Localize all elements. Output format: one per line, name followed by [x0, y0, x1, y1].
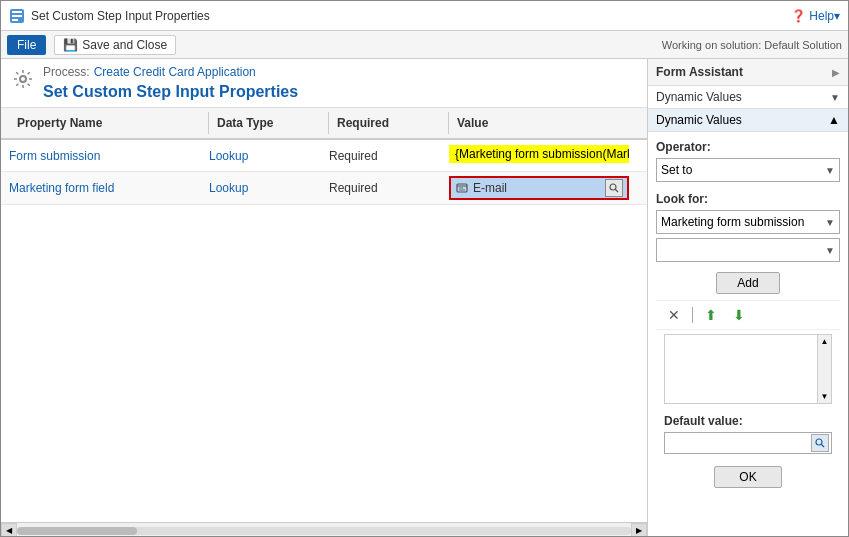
main-panel: Process: Create Credit Card Application …	[1, 59, 648, 537]
help-icon: ❓	[791, 9, 806, 23]
move-down-icon[interactable]: ⬇	[729, 305, 749, 325]
svg-rect-2	[12, 15, 22, 17]
col-header-value: Value	[449, 112, 639, 134]
form-assistant-header: Form Assistant ▶	[648, 59, 848, 86]
col-header-datatype: Data Type	[209, 112, 329, 134]
horizontal-scrollbar[interactable]: ◀ ▶	[1, 522, 647, 537]
row2-name[interactable]: Marketing form field	[1, 175, 201, 201]
svg-rect-1	[12, 11, 22, 13]
svg-line-12	[822, 445, 825, 448]
table-header: Property Name Data Type Required Value	[1, 108, 647, 140]
look-for-dropdown[interactable]: Marketing form submission ▼	[656, 210, 840, 234]
operator-group: Operator: Set to ▼	[656, 140, 840, 182]
ok-btn-row: OK	[656, 460, 840, 494]
operator-value: Set to	[661, 163, 692, 177]
svg-rect-3	[12, 19, 18, 21]
titlebar-title: Set Custom Step Input Properties	[31, 9, 791, 23]
second-dropdown[interactable]: ▼	[656, 238, 840, 262]
content-area: Process: Create Credit Card Application …	[1, 59, 848, 537]
default-lookup-button[interactable]	[811, 434, 829, 452]
value-scroll-down[interactable]: ▼	[819, 390, 831, 403]
action-row: ✕ ⬆ ⬇	[656, 300, 840, 330]
value-list-area[interactable]: ▲ ▼	[664, 334, 832, 404]
svg-point-11	[816, 439, 822, 445]
row1-name[interactable]: Form submission	[1, 143, 201, 169]
look-for-label: Look for:	[656, 192, 840, 206]
scroll-left-button[interactable]: ◀	[1, 523, 17, 538]
page-title: Set Custom Step Input Properties	[43, 83, 298, 101]
col-header-property: Property Name	[9, 112, 209, 134]
row1-datatype: Lookup	[201, 143, 321, 169]
svg-point-9	[610, 184, 616, 190]
default-value-section: Default value:	[656, 408, 840, 460]
add-button[interactable]: Add	[716, 272, 779, 294]
svg-point-4	[20, 76, 26, 82]
gear-icon	[11, 67, 35, 91]
form-icon	[455, 181, 469, 195]
titlebar-icon	[9, 8, 25, 24]
delete-icon[interactable]: ✕	[664, 305, 684, 325]
breadcrumb: Process: Create Credit Card Application	[43, 65, 298, 79]
dynamic-section-header[interactable]: Dynamic Values ▲	[648, 109, 848, 132]
row1-value-cell: {Marketing form submission(Mark	[441, 141, 647, 170]
look-for-chevron-icon: ▼	[825, 217, 835, 228]
row1-required: Required	[321, 143, 441, 169]
row2-required: Required	[321, 175, 441, 201]
titlebar: Set Custom Step Input Properties ❓ Help▾	[1, 1, 848, 31]
collapse-icon[interactable]: ▲	[828, 113, 840, 127]
expand-icon[interactable]: ▶	[832, 67, 840, 78]
row2-value-cell: E-mail	[441, 172, 647, 204]
scroll-right-button[interactable]: ▶	[631, 523, 647, 538]
save-icon: 💾	[63, 38, 78, 52]
operator-label: Operator:	[656, 140, 840, 154]
ok-button[interactable]: OK	[714, 466, 781, 488]
toolbar: File 💾 Save and Close Working on solutio…	[1, 31, 848, 59]
operator-chevron-icon: ▼	[825, 165, 835, 176]
right-panel: Form Assistant ▶ Dynamic Values ▼ Dynami…	[648, 59, 848, 537]
file-button[interactable]: File	[7, 35, 46, 55]
default-value-label: Default value:	[664, 414, 832, 428]
operator-dropdown[interactable]: Set to ▼	[656, 158, 840, 182]
table-row: Form submission Lookup Required {Marketi…	[1, 140, 647, 172]
dynamic-section-label: Dynamic Values	[656, 113, 742, 127]
dynamic-values-label: Dynamic Values	[656, 90, 742, 104]
row1-value[interactable]: {Marketing form submission(Mark	[449, 145, 629, 163]
scroll-track	[17, 523, 631, 538]
default-value-field[interactable]	[664, 432, 832, 454]
email-field-container[interactable]: E-mail	[449, 176, 629, 200]
col-header-required: Required	[329, 112, 449, 134]
form-section: Operator: Set to ▼ Look for: Marketing f…	[648, 132, 848, 537]
dynamic-values-row[interactable]: Dynamic Values ▼	[648, 86, 848, 109]
panel-header: Process: Create Credit Card Application …	[1, 59, 647, 108]
table-row: Marketing form field Lookup Required	[1, 172, 647, 205]
chevron-down-icon[interactable]: ▼	[830, 92, 840, 103]
row2-datatype: Lookup	[201, 175, 321, 201]
help-link[interactable]: ❓ Help▾	[791, 9, 840, 23]
look-for-value: Marketing form submission	[661, 215, 804, 229]
divider	[692, 307, 693, 323]
breadcrumb-and-title: Process: Create Credit Card Application …	[43, 65, 298, 101]
lookup-button[interactable]	[605, 179, 623, 197]
form-assistant-title: Form Assistant	[656, 65, 743, 79]
table-body: Form submission Lookup Required {Marketi…	[1, 140, 647, 205]
save-close-button[interactable]: 💾 Save and Close	[54, 35, 176, 55]
working-on-label: Working on solution: Default Solution	[662, 39, 842, 51]
look-for-group: Look for: Marketing form submission ▼ ▼	[656, 192, 840, 262]
email-value: E-mail	[473, 181, 601, 195]
value-scroll-up[interactable]: ▲	[819, 335, 831, 348]
svg-line-10	[616, 190, 619, 193]
second-chevron-icon: ▼	[825, 245, 835, 256]
move-up-icon[interactable]: ⬆	[701, 305, 721, 325]
